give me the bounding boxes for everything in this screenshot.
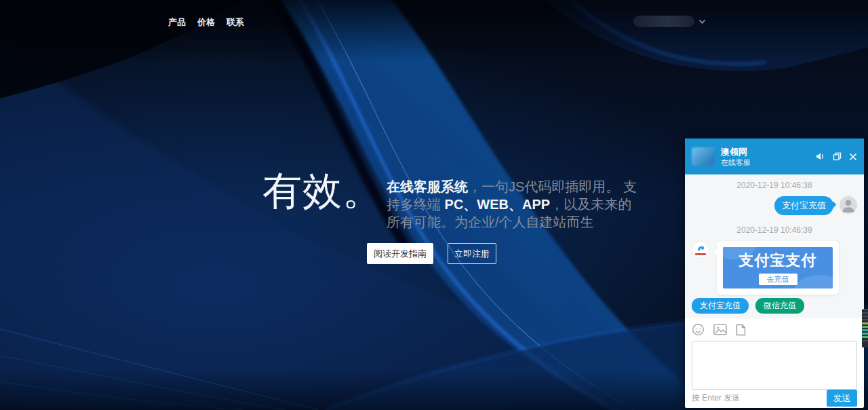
chevron-down-icon [698,19,706,24]
alipay-banner-title: 支付宝支付 [739,250,817,271]
nav-item-contact[interactable]: 联系 [226,16,244,29]
agent-message-row: 支付宝支付 去充值 [692,241,857,295]
chat-title: 澳领网 [721,147,816,156]
compose-toolbar [692,322,857,337]
chat-subtitle: 在线客服 [721,159,816,166]
user-message-bubble: 支付宝充值 [774,196,833,215]
hero-headline: 有效。 [262,165,382,218]
go-recharge-button[interactable]: 去充值 [759,274,797,285]
agent-logo-icon [696,245,705,253]
account-menu[interactable] [633,16,706,27]
restore-window-icon[interactable] [833,152,842,161]
chat-compose-area: 按 Enter 发送 发送 [685,318,864,408]
send-button[interactable]: 发送 [827,390,857,407]
close-icon[interactable] [849,153,857,161]
enter-to-send-hint: 按 Enter 发送 [692,392,740,404]
sound-icon[interactable] [816,152,825,161]
file-icon[interactable] [736,324,746,336]
chat-header: 澳领网 在线客服 [685,138,864,174]
nav-item-pricing[interactable]: 价格 [197,16,215,29]
chat-logo [692,147,715,166]
user-message-row: 支付宝充值 [692,196,857,215]
chat-message-list: 2020-12-19 10:46:38 支付宝充值 2020-12-19 10:… [685,174,864,318]
account-name-redacted [633,16,694,27]
message-timestamp: 2020-12-19 10:46:39 [692,225,857,235]
nav-item-products[interactable]: 产品 [168,16,186,29]
top-nav: 产品 价格 联系 [168,16,244,29]
alipay-banner[interactable]: 支付宝支付 去充值 [723,247,833,288]
hero-description: 在线客服系统，一句JS代码即插即用。 支持多终端 PC、WEB、APP，以及未来… [387,178,642,231]
chat-titles: 澳领网 在线客服 [721,147,816,166]
register-now-button[interactable]: 立即注册 [448,243,496,264]
compose-bottom-bar: 按 Enter 发送 发送 [692,390,857,408]
emoji-icon[interactable] [692,323,705,336]
quick-replies: 支付宝充值 微信充值 [692,298,804,314]
read-dev-guide-button[interactable]: 阅读开发指南 [367,243,433,264]
chat-message-input[interactable] [692,341,857,390]
quick-reply-alipay[interactable]: 支付宝充值 [692,298,749,314]
hero-desc-bold-2: PC、WEB、APP [445,197,551,212]
agent-message-card: 支付宝支付 去充值 [717,241,839,295]
image-icon[interactable] [713,324,727,335]
chat-widget: 澳领网 在线客服 2020-12-19 10:46:38 支付宝充值 [685,138,864,408]
chat-header-icons [816,152,857,161]
hero-desc-bold-1: 在线客服系统 [387,179,468,194]
side-panel-tab[interactable] [862,309,868,348]
person-icon [840,196,857,214]
agent-avatar [692,241,709,259]
agent-logo-text [695,253,706,255]
quick-reply-wechat[interactable]: 微信充值 [755,298,804,314]
message-timestamp: 2020-12-19 10:46:38 [692,181,857,190]
user-avatar [840,196,857,214]
hero-buttons: 阅读开发指南 立即注册 [367,243,496,264]
